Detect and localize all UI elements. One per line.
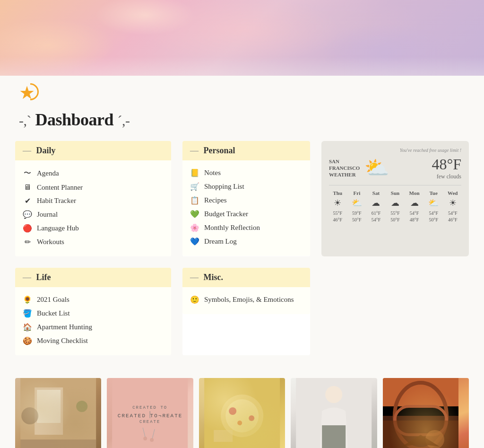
list-item[interactable]: 🍪 Moving Checklist	[23, 334, 164, 348]
list-item[interactable]: 🌸 Monthly Reflection	[190, 221, 302, 235]
journal-icon: 💬	[23, 210, 32, 219]
svg-point-19	[237, 421, 242, 425]
svg-text:CREATE: CREATE	[139, 420, 160, 424]
title-deco-left: -,`	[19, 113, 31, 128]
notes-icon: 📒	[190, 168, 199, 177]
list-item[interactable]: 🙂 Symbols, Emojis, & Emoticons	[190, 293, 302, 307]
recipes-label: Recipes	[204, 196, 226, 204]
svg-rect-30	[383, 421, 458, 448]
svg-point-22	[325, 386, 342, 403]
misc-title: Misc.	[204, 272, 223, 282]
daily-dash: —	[23, 146, 31, 155]
forecast-thu: Thu ☀ 55°F46°F	[329, 190, 346, 223]
photo-created-to-create: CREATED TO CREATE	[107, 378, 193, 448]
forecast-tue: Tue ⛅ 54°F50°F	[425, 190, 442, 223]
svg-point-13	[150, 438, 154, 442]
weather-widget: You've reached free usage limit ! SANFRA…	[321, 141, 469, 256]
logo-icon: ★	[19, 83, 35, 102]
list-item[interactable]: 📋 Recipes	[190, 193, 302, 207]
list-item[interactable]: 💚 Budget Tracker	[190, 207, 302, 221]
life-section: — Life 🌻 2021 Goals 🪣 Bucket List 🏠 Apar…	[15, 268, 171, 355]
svg-rect-1	[35, 387, 63, 435]
dream-log-label: Dream Log	[204, 237, 237, 246]
list-item[interactable]: ✔ Habit Tracker	[23, 194, 164, 208]
svg-rect-25	[383, 406, 458, 448]
list-item[interactable]: 🪣 Bucket List	[23, 307, 164, 320]
moving-label: Moving Checklist	[37, 337, 88, 345]
weather-usage-note: You've reached free usage limit !	[329, 148, 461, 153]
main-grid: — Daily 〜 Agenda 🖥 Content Planner ✔ Hab…	[0, 141, 484, 268]
list-item[interactable]: 🌻 2021 Goals	[23, 293, 164, 307]
forecast-sat: Sat ☁ 61°F54°F	[367, 190, 385, 223]
weather-forecast: Thu ☀ 55°F46°F Fri ⛅ 59°F50°F Sat ☁ 61°F…	[329, 185, 461, 223]
photo-cozy-room	[15, 378, 101, 448]
svg-rect-0	[20, 378, 96, 448]
misc-dash: —	[190, 272, 199, 282]
agenda-icon: 〜	[23, 168, 32, 178]
daily-body: 〜 Agenda 🖥 Content Planner ✔ Habit Track…	[15, 160, 171, 256]
svg-point-18	[249, 415, 254, 421]
svg-rect-24	[383, 378, 458, 448]
bucket-list-label: Bucket List	[37, 309, 70, 317]
content-planner-icon: 🖥	[23, 183, 32, 192]
shopping-list-label: Shopping List	[204, 183, 244, 191]
weather-location: SANFRANCISCOWEATHER	[329, 158, 360, 178]
symbols-label: Symbols, Emojis, & Emoticons	[204, 296, 294, 304]
logo-area: ★	[0, 76, 484, 106]
life-header: — Life	[15, 268, 171, 287]
symbols-icon: 🙂	[190, 295, 199, 304]
budget-tracker-label: Budget Tracker	[204, 210, 248, 218]
photo-woman-white-top	[291, 378, 377, 448]
svg-point-29	[425, 430, 444, 448]
svg-rect-6	[112, 378, 188, 448]
list-item[interactable]: 💙 Dream Log	[190, 235, 302, 248]
photo-airplane-sunset	[383, 378, 469, 448]
svg-point-11	[144, 437, 147, 440]
svg-point-17	[229, 407, 236, 415]
list-item[interactable]: 🖥 Content Planner	[23, 181, 164, 194]
list-item[interactable]: 💬 Journal	[23, 208, 164, 221]
notes-label: Notes	[204, 169, 221, 177]
life-body: 🌻 2021 Goals 🪣 Bucket List 🏠 Apartment H…	[15, 287, 171, 355]
list-item[interactable]: 🏠 Apartment Hunting	[23, 320, 164, 334]
weather-desc: few clouds	[432, 173, 461, 180]
svg-text:CREATED TO: CREATED TO	[133, 405, 168, 410]
goals-label: 2021 Goals	[37, 296, 69, 304]
forecast-wed: Wed ☀ 54°F46°F	[444, 190, 461, 223]
list-item[interactable]: 🛒 Shopping List	[190, 180, 302, 193]
goals-icon: 🌻	[23, 295, 32, 304]
personal-title: Personal	[204, 146, 235, 155]
daily-header: — Daily	[15, 141, 171, 160]
monthly-reflection-label: Monthly Reflection	[204, 224, 260, 232]
svg-rect-28	[395, 406, 447, 435]
language-hub-icon: 🔴	[23, 224, 32, 233]
personal-dash: —	[190, 146, 199, 155]
habit-tracker-icon: ✔	[23, 196, 32, 205]
list-item[interactable]: 🔴 Language Hub	[23, 221, 164, 235]
life-title: Life	[36, 272, 51, 282]
svg-point-16	[225, 399, 259, 432]
svg-point-26	[395, 383, 447, 448]
list-item[interactable]: 〜 Agenda	[23, 166, 164, 181]
journal-label: Journal	[37, 211, 58, 219]
title-text: Dashboard	[35, 110, 113, 129]
weather-temp: 48°F	[432, 156, 461, 173]
empty-col	[321, 268, 469, 355]
misc-header: — Misc.	[182, 268, 310, 287]
budget-tracker-icon: 💚	[190, 210, 199, 219]
svg-rect-20	[214, 430, 233, 442]
list-item[interactable]: 📒 Notes	[190, 166, 302, 180]
weather-current-icon: ⛅	[364, 158, 389, 178]
svg-rect-27	[383, 416, 458, 448]
bucket-list-icon: 🪣	[23, 309, 32, 318]
svg-point-15	[221, 395, 263, 437]
svg-rect-14	[204, 378, 280, 448]
list-item[interactable]: ✏ Workouts	[23, 235, 164, 249]
language-hub-label: Language Hub	[37, 224, 79, 232]
daily-section: — Daily 〜 Agenda 🖥 Content Planner ✔ Hab…	[15, 141, 171, 256]
shopping-list-icon: 🛒	[190, 182, 199, 191]
forecast-mon: Mon ☁ 54°F48°F	[406, 190, 423, 223]
forecast-sun: Sun ☁ 55°F50°F	[387, 190, 404, 223]
personal-section: — Personal 📒 Notes 🛒 Shopping List 📋 Rec…	[182, 141, 310, 256]
personal-header: — Personal	[182, 141, 310, 160]
